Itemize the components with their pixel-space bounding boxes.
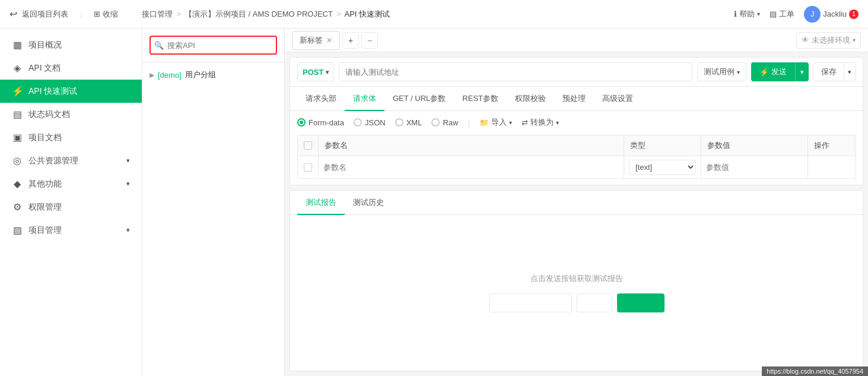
send-button[interactable]: ⚡ 发送 <box>751 62 795 81</box>
col-param-name: 参数名 <box>319 135 624 156</box>
sidebar-item-other-func[interactable]: ◆ 其他功能 ▾ <box>0 172 142 195</box>
sidebar-item-public-resource[interactable]: ◎ 公共资源管理 ▾ <box>0 149 142 172</box>
type-select[interactable]: [text] [file] <box>629 160 696 175</box>
workspace: POST ▾ 测试用例 ▾ ⚡ 发送 ▾ <box>285 52 868 376</box>
table-row: [text] [file] <box>298 156 856 179</box>
collapse-label: 收缩 <box>103 9 118 20</box>
tab-advanced[interactable]: 高级设置 <box>594 87 641 111</box>
radio-json[interactable]: JSON <box>354 118 386 127</box>
tab-test-report[interactable]: 测试报告 <box>297 191 345 215</box>
request-area: POST ▾ 测试用例 ▾ ⚡ 发送 ▾ <box>290 57 863 185</box>
param-name-input[interactable] <box>323 163 619 172</box>
tab-new-label: 新标签 <box>300 35 323 46</box>
group-arrow-icon: ▶ <box>150 71 154 79</box>
tab-add-button[interactable]: + <box>342 32 359 49</box>
tab-close-icon[interactable]: ✕ <box>326 36 332 45</box>
permission-icon: ⚙ <box>12 201 23 213</box>
tab-more-button[interactable]: ··· <box>361 32 378 49</box>
radio-form-data[interactable]: Form-data <box>297 118 344 127</box>
sidebar-item-status-doc[interactable]: ▤ 状态码文档 <box>0 103 142 126</box>
project-mgmt-icon: ▨ <box>12 225 23 236</box>
main-layout: ▦ 项目概况 ◈ API 文档 ⚡ API 快速测试 ▤ 状态码文档 ▣ 项目文… <box>0 29 868 376</box>
test-case-button[interactable]: 测试用例 ▾ <box>697 62 746 81</box>
url-bar: POST ▾ 测试用例 ▾ ⚡ 发送 ▾ <box>290 58 863 87</box>
sidebar-item-overview[interactable]: ▦ 项目概况 <box>0 33 142 56</box>
save-dropdown-button[interactable]: ▾ <box>844 62 856 81</box>
back-icon[interactable]: ↩ <box>9 8 17 20</box>
workorder-label: 工单 <box>779 9 794 20</box>
report-area: 测试报告 测试历史 点击发送按钮获取测试报告 <box>290 190 863 371</box>
public-resource-chevron-icon: ▾ <box>126 157 130 165</box>
project-mgmt-chevron-icon: ▾ <box>126 226 130 234</box>
tabs-right: 👁 未选择环境 ▾ <box>796 32 861 49</box>
overview-icon: ▦ <box>12 39 23 50</box>
breadcrumb-part1[interactable]: 接口管理 <box>142 9 173 20</box>
import-button[interactable]: 📁 导入 ▾ <box>479 117 512 128</box>
send-button-group: ⚡ 发送 ▾ <box>751 62 809 81</box>
row-checkbox[interactable] <box>304 163 312 172</box>
param-value-input[interactable] <box>706 163 803 172</box>
api-group-item[interactable]: ▶ [demo] 用户分组 <box>150 67 277 83</box>
save-button[interactable]: 保存 <box>813 62 844 81</box>
tab-req-body[interactable]: 请求体 <box>345 87 384 111</box>
collapse-button[interactable]: ⊞ 收缩 <box>94 9 118 20</box>
report-placeholder-row <box>489 293 664 312</box>
breadcrumb-sep2: > <box>336 10 341 18</box>
env-chevron-icon: ▾ <box>853 37 856 43</box>
breadcrumb-part2[interactable]: 【演示】示例项目 / AMS DEMO PROJECT <box>185 9 333 20</box>
sidebar-item-api-doc[interactable]: ◈ API 文档 <box>0 56 142 80</box>
convert-button[interactable]: ⇄ 转换为 ▾ <box>522 117 559 128</box>
header-checkbox[interactable] <box>304 141 312 150</box>
tab-test-history[interactable]: 测试历史 <box>345 191 392 215</box>
col-action: 操作 <box>808 135 856 156</box>
sidebar-item-project-doc[interactable]: ▣ 项目文档 <box>0 126 142 149</box>
help-button[interactable]: ℹ 帮助 ▾ <box>734 9 760 20</box>
radio-xml[interactable]: XML <box>395 118 422 127</box>
env-label: 未选择环境 <box>812 35 850 46</box>
sidebar-item-permission[interactable]: ⚙ 权限管理 <box>0 195 142 219</box>
sidebar-project-doc-label: 项目文档 <box>28 132 62 143</box>
url-input[interactable] <box>339 62 692 81</box>
back-label[interactable]: 返回项目列表 <box>22 9 68 20</box>
user-button[interactable]: J Jackliu 1 <box>804 6 859 23</box>
sidebar-api-doc-label: API 文档 <box>28 63 61 74</box>
sidebar-other-func-label: 其他功能 <box>28 179 62 189</box>
sidebar-item-api-test[interactable]: ⚡ API 快速测试 <box>0 80 142 103</box>
workorder-button[interactable]: ▤ 工单 <box>770 9 794 20</box>
radio-json-label: JSON <box>365 118 386 127</box>
request-tabs: 请求头部 请求体 GET / URL参数 REST参数 权限校验 <box>290 87 863 111</box>
radio-xml-label: XML <box>406 118 422 127</box>
api-search-wrapper: 🔍 <box>150 36 277 55</box>
radio-raw[interactable]: Raw <box>431 118 458 127</box>
radio-raw-label: Raw <box>443 118 458 127</box>
report-tabs: 测试报告 测试历史 <box>290 191 863 215</box>
tab-rest-params[interactable]: REST参数 <box>454 87 507 111</box>
radio-xml-circle <box>395 118 403 127</box>
workorder-icon: ▤ <box>770 10 777 18</box>
username-label: Jackliu <box>823 10 847 18</box>
tab-req-headers[interactable]: 请求头部 <box>297 87 345 111</box>
eye-icon: 👁 <box>802 36 809 45</box>
tab-new[interactable]: 新标签 ✕ <box>292 31 340 50</box>
tabs-bar: 新标签 ✕ + ··· 👁 未选择环境 ▾ <box>285 29 868 52</box>
group-demo-tag: [demo] <box>158 71 182 80</box>
sidebar-overview-label: 项目概况 <box>28 40 62 50</box>
sidebar-item-project-mgmt[interactable]: ▨ 项目管理 ▾ <box>0 219 142 242</box>
tab-pre-process[interactable]: 预处理 <box>554 87 594 111</box>
col-param-value: 参数值 <box>701 135 808 156</box>
tab-get-url-params[interactable]: GET / URL参数 <box>384 87 454 111</box>
help-icon: ℹ <box>734 10 737 18</box>
sidebar-permission-label: 权限管理 <box>28 202 62 213</box>
content-area: 新标签 ✕ + ··· 👁 未选择环境 ▾ <box>285 29 868 376</box>
search-input[interactable] <box>150 36 277 55</box>
col-type: 类型 <box>624 135 701 156</box>
tab-auth[interactable]: 权限校验 <box>507 87 554 111</box>
project-doc-icon: ▣ <box>12 132 23 143</box>
radio-json-circle <box>354 118 362 127</box>
send-label: 发送 <box>771 67 787 77</box>
env-selector[interactable]: 👁 未选择环境 ▾ <box>796 32 861 49</box>
api-group-list: ▶ [demo] 用户分组 <box>142 62 284 87</box>
method-select[interactable]: POST ▾ <box>297 62 334 81</box>
send-dropdown-button[interactable]: ▾ <box>795 62 809 81</box>
help-label: 帮助 <box>739 9 755 20</box>
